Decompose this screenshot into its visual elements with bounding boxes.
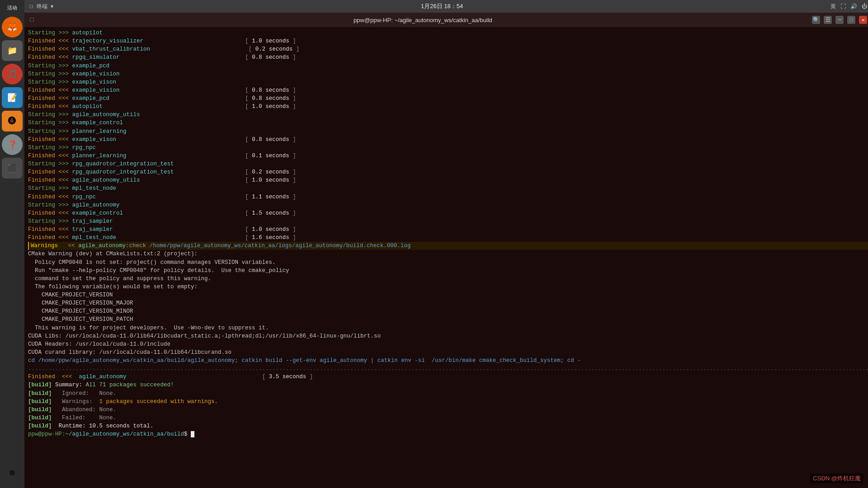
terminal-line: Finished <<< example_vison [ 0.8 seconds…	[28, 136, 868, 144]
sidebar-icon-grid[interactable]: ⊞	[2, 462, 23, 483]
sidebar-icon-firefox[interactable]: 🦊	[2, 17, 23, 38]
close-button[interactable]: ✕	[859, 16, 867, 24]
terminal-line: Finished <<< trajectory_visualizer [ 1.0…	[28, 37, 868, 45]
terminal-line: Starting >>> planner_learning	[28, 127, 868, 136]
dotted-separator: ........................................…	[28, 365, 868, 373]
terminal-line: Finished <<< rpg_quadrotor_integration_t…	[28, 168, 868, 176]
terminal-line: Starting >>> example_vison	[28, 78, 868, 86]
terminal-titlebar: □ ppw@ppw-HP: ~/agile_autonomy_ws/catkin…	[24, 13, 868, 27]
terminal-app-label: □ 终端 ▾	[30, 3, 53, 10]
terminal-title-buttons: 🔍 ☰ ─ □ ✕	[812, 16, 867, 24]
terminal-line: Finished <<< example_pcd [ 0.8 seconds ]	[28, 94, 868, 103]
cmake-line: CMake Warning (dev) at CMakeLists.txt:2 …	[28, 250, 868, 258]
cmake-line: Run "cmake --help-policy CMP0048" for po…	[28, 267, 868, 275]
cmake-line: CMAKE_PROJECT_VERSION	[28, 291, 868, 299]
terminal-line: Finished <<< example_vision [ 0.8 second…	[28, 86, 868, 94]
terminal-line: Starting >>> rpg_quadrotor_integration_t…	[28, 160, 868, 168]
terminal-line: Starting >>> autopilot	[28, 29, 868, 37]
terminal-line: Starting >>> example_vision	[28, 70, 868, 78]
terminal-line: Starting >>> agile_autonomy_utils	[28, 111, 868, 119]
cmake-line: This warning is for project developers. …	[28, 324, 868, 332]
sidebar-icon-help[interactable]: ❓	[2, 134, 23, 155]
terminal-icon: □	[30, 3, 33, 9]
cmake-line: Policy CMP0048 is not set: project() com…	[28, 258, 868, 267]
terminal-title-icon: □	[30, 16, 33, 23]
topbar-right: 英 ⛶ 🔊 ⏻	[830, 3, 867, 10]
cmake-line: CMAKE_PROJECT_VERSION_MAJOR	[28, 299, 868, 307]
cmake-line: command to set the policy and suppress t…	[28, 275, 868, 283]
terminal-body[interactable]: Starting >>> autopilot Finished <<< traj…	[24, 27, 868, 488]
terminal-line: Starting >>> agile_autonomy	[28, 201, 868, 209]
cmake-line: The following variable(s) would be set t…	[28, 283, 868, 291]
sidebar-icon-terminal[interactable]: ⬛	[2, 158, 23, 178]
prompt-line: ppw@ppw-HP:~/agile_autonomy_ws/catkin_aa…	[28, 430, 868, 438]
terminal-line: Finished <<< example_control [ 1.5 secon…	[28, 209, 868, 217]
terminal-line: Finished <<< vbat_thrust_calibration [ 0…	[28, 45, 868, 53]
cuda-line: CUDA Headers: /usr/local/cuda-11.0/inclu…	[28, 340, 868, 348]
terminal-line: Starting >>> traj_sampler	[28, 217, 868, 225]
sidebar-icon-files[interactable]: 📁	[2, 40, 23, 61]
terminal-line: Finished <<< mpl_test_node [ 1.6 seconds…	[28, 234, 868, 242]
maximize-button[interactable]: □	[847, 16, 855, 24]
sound-icon: 🔊	[850, 3, 857, 9]
terminal-line: Starting >>> mpl_test_node	[28, 184, 868, 192]
cmake-line: CMAKE_PROJECT_VERSION_MINOR	[28, 307, 868, 315]
build-ignored-line: [build] Ignored: None.	[28, 389, 868, 398]
network-icon: ⛶	[840, 3, 846, 9]
build-summary-line: [build] Summary: All 71 packages succeed…	[28, 381, 868, 389]
sidebar-activities[interactable]: 活动	[0, 1, 24, 14]
terminal-line: Finished <<< planner_learning [ 0.1 seco…	[28, 152, 868, 160]
terminal-title-text: ppw@ppw-HP: ~/agile_autonomy_ws/catkin_a…	[354, 17, 492, 23]
main-area: □ 终端 ▾ 1月26日 18：54 英 ⛶ 🔊 ⏻ □ ppw@ppw-HP:…	[24, 0, 868, 488]
topbar-left: □ 终端 ▾	[30, 3, 53, 10]
sidebar-icon-software[interactable]: 🅐	[2, 111, 23, 131]
finished-final-line: Finished <<< agile_autonomy [ 3.5 second…	[28, 373, 868, 381]
search-button[interactable]: 🔍	[812, 16, 820, 24]
cuda-line: CUDA curand library: /usr/local/cuda-11.…	[28, 348, 868, 357]
power-icon: ⏻	[862, 3, 867, 9]
csdn-watermark: CSDN @炸机狂魔	[810, 474, 863, 483]
terminal-window: □ ppw@ppw-HP: ~/agile_autonomy_ws/catkin…	[24, 13, 868, 488]
terminal-line: Finished <<< rpg_npc [ 1.1 seconds ]	[28, 193, 868, 201]
build-failed-line: [build] Failed: None.	[28, 414, 868, 422]
terminal-line: Starting >>> example_control	[28, 119, 868, 127]
sidebar-icon-music[interactable]: 🎵	[2, 64, 23, 84]
sidebar: 活动 🦊 📁 🎵 📝 🅐 ❓ ⬛ ⊞	[0, 0, 24, 488]
build-runtime-line: [build] Runtime: 10.5 seconds total.	[28, 422, 868, 430]
menu-button[interactable]: ☰	[824, 16, 832, 24]
language-indicator[interactable]: 英	[830, 3, 836, 10]
terminal-line: Finished <<< rpgq_simulator [ 0.8 second…	[28, 53, 868, 61]
terminal-line: Finished <<< autopilot [ 1.0 seconds ]	[28, 103, 868, 111]
cmake-line: CMAKE_PROJECT_VERSION_PATCH	[28, 315, 868, 324]
terminal-line: Finished <<< traj_sampler [ 1.0 seconds …	[28, 225, 868, 234]
terminal-line: Finished <<< agile_autonomy_utils [ 1.0 …	[28, 176, 868, 184]
cd-line: cd /home/ppw/agile_autonomy_ws/catkin_aa…	[28, 357, 868, 365]
terminal-line: Starting >>> example_pcd	[28, 62, 868, 70]
terminal-line: Starting >>> rpg_npc	[28, 144, 868, 152]
warning-header-line: Warnings << agile_autonomy:check /home/p…	[28, 242, 868, 250]
build-abandoned-line: [build] Abandoned: None.	[28, 406, 868, 414]
topbar-datetime: 1月26日 18：54	[421, 2, 463, 10]
build-warnings-line: [build] Warnings: 1 packages succeeded w…	[28, 398, 868, 406]
minimize-button[interactable]: ─	[835, 16, 844, 24]
cuda-line: CUDA Libs: /usr/local/cuda-11.0/lib64/li…	[28, 332, 868, 340]
sidebar-icon-notes[interactable]: 📝	[2, 87, 23, 108]
topbar: □ 终端 ▾ 1月26日 18：54 英 ⛶ 🔊 ⏻	[24, 0, 868, 13]
